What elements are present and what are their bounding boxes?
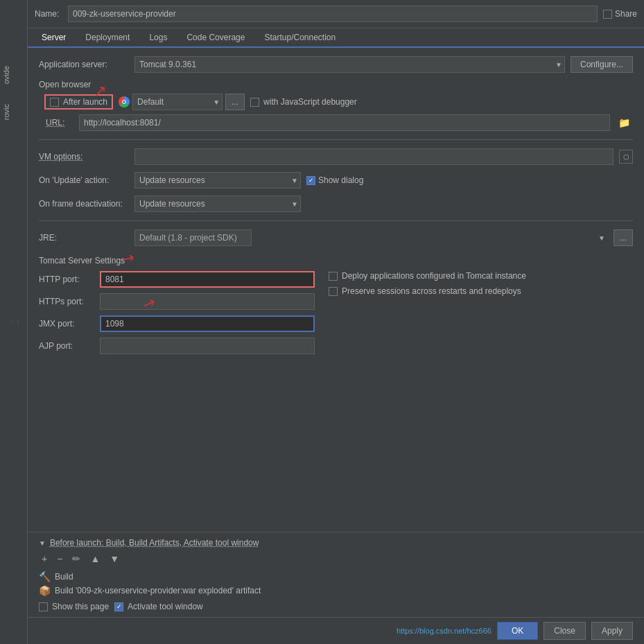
ajp-port-input[interactable] — [100, 338, 315, 354]
bottom-row: Show this page Activate tool window — [39, 602, 633, 611]
ajp-port-row: AJP port: — [39, 338, 315, 354]
jre-select-container: Default (1.8 - project SDK) ▼ — [134, 229, 608, 246]
preserve-check-row: Preserve sessions across restarts and re… — [329, 286, 633, 296]
vm-options-label: VM options: — [39, 152, 129, 162]
drag-handle[interactable]: ⋮⋮ — [10, 319, 21, 326]
jmx-port-input[interactable] — [100, 315, 315, 332]
on-frame-select[interactable]: Update resources — [134, 195, 301, 212]
name-row: Name: Share — [28, 0, 644, 28]
show-this-page-checkbox[interactable] — [39, 602, 48, 611]
close-button[interactable]: Close — [543, 622, 586, 640]
app-server-label: Application server: — [39, 60, 129, 69]
before-launch-title: Before launch: Build, Build Artifacts, A… — [50, 538, 259, 548]
vm-options-row: VM options: ⬡ — [39, 148, 633, 165]
deploy-checkbox[interactable] — [329, 272, 338, 281]
https-port-input[interactable] — [100, 293, 315, 310]
http-port-label: HTTP port: — [39, 275, 94, 284]
red-arrow-http: ↙ — [119, 248, 139, 270]
build-label: Build — [55, 572, 73, 582]
js-debugger-checkbox[interactable] — [250, 98, 259, 107]
tab-logs[interactable]: Logs — [139, 28, 177, 48]
footer-link: https://blog.csdn.net/hcz666 — [397, 627, 491, 635]
https-port-row: HTTPs port: — [39, 293, 315, 310]
jmx-port-row: ↙ JMX port: — [39, 315, 315, 332]
js-debugger-label: with JavaScript debugger — [263, 97, 357, 107]
before-launch-list: 🔨 Build 📦 Build '009-zk-userservice-prov… — [39, 571, 633, 596]
divider-1 — [39, 139, 633, 140]
tab-code-coverage[interactable]: Code Coverage — [177, 28, 254, 48]
js-debugger-row: with JavaScript debugger — [250, 97, 357, 107]
configure-button[interactable]: Configure... — [571, 56, 633, 73]
jre-select[interactable]: Default (1.8 - project SDK) — [134, 229, 252, 246]
preserve-label: Preserve sessions across restarts and re… — [342, 286, 521, 296]
share-checkbox[interactable] — [603, 10, 612, 19]
browser-select[interactable]: Default — [132, 94, 223, 110]
before-launch-toolbar: + − ✏ ▲ ▼ — [39, 552, 633, 566]
open-browser-section: Open browser ↙ After launch — [39, 80, 633, 131]
tab-startup-connection[interactable]: Startup/Connection — [254, 28, 345, 48]
share-area: Share — [603, 9, 637, 19]
show-this-page-row: Show this page — [39, 602, 109, 611]
chrome-icon — [119, 96, 130, 107]
sidebar-strip: ovide rovic ⋮⋮ — [0, 0, 28, 644]
app-server-select[interactable]: Tomcat 9.0.361 — [134, 56, 565, 73]
jmx-port-label: JMX port: — [39, 319, 94, 329]
sidebar-label-1: ovide — [2, 66, 10, 84]
build-hammer-icon: 🔨 — [39, 571, 51, 582]
name-label: Name: — [35, 9, 62, 19]
footer: https://blog.csdn.net/hcz666 OK Close Ap… — [28, 617, 644, 644]
divider-2 — [39, 220, 633, 221]
activate-tool-window-row: Activate tool window — [114, 602, 203, 611]
deploy-check-row: Deploy applications configured in Tomcat… — [329, 271, 633, 281]
before-launch-section: ▼ Before launch: Build, Build Artifacts,… — [28, 532, 644, 617]
move-up-launch-button[interactable]: ▲ — [87, 552, 103, 566]
tabs-row: Server Deployment Logs Code Coverage Sta… — [28, 28, 644, 48]
open-browser-label: Open browser — [39, 80, 633, 89]
jre-dots-button[interactable]: ... — [613, 229, 633, 246]
on-update-row: On 'Update' action: Update resources ▼ S… — [39, 172, 633, 189]
show-dialog-checkbox[interactable] — [306, 176, 315, 185]
after-launch-checkbox[interactable] — [50, 98, 59, 107]
tomcat-settings-section: Tomcat Server Settings ↙ HTTP port: HTTP… — [39, 256, 633, 354]
deploy-label: Deploy applications configured in Tomcat… — [342, 271, 526, 281]
artifact-icon: 📦 — [39, 585, 51, 596]
apply-button[interactable]: Apply — [591, 622, 633, 640]
url-label: URL: — [46, 118, 73, 128]
before-launch-header: ▼ Before launch: Build, Build Artifacts,… — [39, 538, 633, 548]
app-server-row: Application server: Tomcat 9.0.361 ▼ Con… — [39, 56, 633, 73]
jre-dropdown-arrow: ▼ — [598, 234, 605, 242]
ajp-port-label: AJP port: — [39, 341, 94, 351]
name-input[interactable] — [68, 6, 598, 22]
browser-select-row: Default ▼ ... — [119, 94, 245, 110]
edit-launch-button[interactable]: ✏ — [69, 552, 83, 566]
on-update-label: On 'Update' action: — [39, 175, 129, 185]
expand-vm-button[interactable]: ⬡ — [619, 150, 633, 164]
on-update-select-container: Update resources ▼ — [134, 172, 301, 189]
http-port-row: ↙ HTTP port: — [39, 271, 315, 288]
ok-button[interactable]: OK — [497, 622, 538, 640]
vm-options-input[interactable] — [134, 148, 613, 165]
open-browser-row: ↙ After launch Default ▼ — [39, 94, 633, 110]
add-launch-button[interactable]: + — [39, 552, 50, 566]
folder-button[interactable]: 📁 — [616, 116, 633, 130]
activate-tool-window-label: Activate tool window — [128, 602, 203, 611]
sidebar-label-2: rovic — [2, 104, 10, 120]
on-frame-label: On frame deactivation: — [39, 199, 129, 209]
on-frame-select-container: Update resources ▼ — [134, 195, 301, 212]
url-input[interactable] — [79, 114, 610, 131]
tab-server[interactable]: Server — [32, 28, 76, 48]
tab-deployment[interactable]: Deployment — [76, 28, 139, 48]
move-down-launch-button[interactable]: ▼ — [107, 552, 122, 566]
on-update-select[interactable]: Update resources — [134, 172, 301, 189]
tomcat-right: Deploy applications configured in Tomcat… — [329, 271, 633, 354]
browser-dots-button[interactable]: ... — [225, 94, 245, 110]
browser-select-container: Default ▼ — [132, 94, 223, 110]
preserve-checkbox[interactable] — [329, 287, 338, 296]
activate-tool-window-checkbox[interactable] — [114, 602, 123, 611]
http-port-input[interactable] — [100, 271, 315, 288]
url-row: URL: 📁 — [46, 114, 633, 131]
show-this-page-label: Show this page — [52, 602, 109, 611]
jre-row: JRE: Default (1.8 - project SDK) ▼ ... — [39, 229, 633, 246]
remove-launch-button[interactable]: − — [54, 552, 65, 566]
app-server-select-container: Tomcat 9.0.361 ▼ — [134, 56, 565, 73]
